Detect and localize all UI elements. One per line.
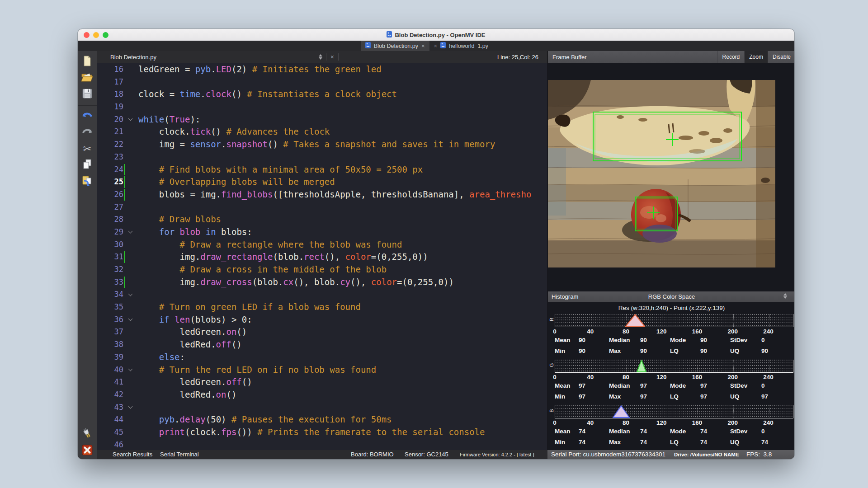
code-line-35[interactable]: 35 # Turn on green LED if a blob was fou… bbox=[97, 301, 547, 314]
open-folder-icon bbox=[81, 72, 94, 84]
code-line-40[interactable]: 40 # Turn the red LED on if no blob was … bbox=[97, 364, 547, 376]
line-number: 34 bbox=[97, 288, 123, 301]
open-file-selector[interactable]: Blob Detection.py bbox=[110, 54, 156, 61]
code-line-38[interactable]: 38 ledRed.off() bbox=[97, 338, 547, 351]
new-file-button[interactable] bbox=[80, 54, 95, 70]
code-line-43[interactable]: 43 bbox=[97, 401, 547, 414]
drive-status: Drive: /Volumes/NO NAME bbox=[674, 450, 739, 459]
code-line-17[interactable]: 17 bbox=[97, 76, 547, 89]
code-line-27[interactable]: 27 bbox=[97, 201, 547, 214]
fold-chevron-icon[interactable] bbox=[128, 291, 132, 296]
code-line-16[interactable]: 16ledGreen = pyb.LED(2) # Initiates the … bbox=[97, 63, 547, 76]
fold-chevron-icon[interactable] bbox=[128, 366, 132, 371]
search-results-button[interactable]: Search Results bbox=[113, 450, 152, 459]
stat-label: Mean bbox=[555, 337, 579, 343]
code-text: ledRed.on() bbox=[134, 389, 547, 401]
stat-value: 74 bbox=[640, 428, 670, 435]
axis-tick: 0 bbox=[553, 374, 557, 380]
line-number: 17 bbox=[97, 76, 123, 89]
cut-button[interactable]: ✂ bbox=[80, 141, 95, 157]
stat-value: 90 bbox=[700, 337, 730, 343]
fold-chevron-icon[interactable] bbox=[128, 404, 132, 408]
title-bar: Blob Detection.py - OpenMV IDE bbox=[78, 29, 794, 41]
python-file-icon bbox=[440, 42, 446, 50]
code-line-22[interactable]: 22 img = sensor.snapshot() # Takes a sna… bbox=[97, 138, 547, 151]
code-line-32[interactable]: 32 # Draw a cross in the middle of the b… bbox=[97, 263, 547, 276]
close-tab-icon[interactable]: × bbox=[421, 42, 425, 49]
line-number: 33 bbox=[97, 276, 123, 289]
fold-chevron-icon[interactable] bbox=[128, 117, 132, 121]
code-line-34[interactable]: 34 bbox=[97, 288, 547, 301]
stat-value: 97 bbox=[761, 393, 793, 400]
stat-label: Min bbox=[555, 347, 579, 354]
code-line-33[interactable]: 33 img.draw_cross(blob.cx(), blob.cy(), … bbox=[97, 276, 547, 289]
stat-value: 90 bbox=[579, 347, 609, 354]
code-editor[interactable]: 16ledGreen = pyb.LED(2) # Initiates the … bbox=[97, 63, 547, 450]
fold-chevron-icon[interactable] bbox=[128, 317, 132, 321]
code-line-25[interactable]: 25 # Overlapping blobs will be merged bbox=[97, 176, 547, 188]
stat-label: StDev bbox=[730, 428, 761, 435]
code-line-30[interactable]: 30 # Draw a rectangle where the blob was… bbox=[97, 239, 547, 251]
fps-status: FPS: 3.8 bbox=[746, 450, 772, 459]
code-line-19[interactable]: 19 bbox=[97, 101, 547, 113]
file-switcher-updown-icon[interactable] bbox=[319, 54, 322, 60]
code-line-18[interactable]: 18clock = time.clock() # Instantiates a … bbox=[97, 88, 547, 101]
stat-value: 74 bbox=[700, 439, 730, 446]
open-folder-button[interactable] bbox=[80, 70, 95, 86]
redo-button[interactable] bbox=[80, 125, 95, 141]
save-file-button[interactable] bbox=[80, 86, 95, 103]
code-line-41[interactable]: 41 ledGreen.off() bbox=[97, 376, 547, 389]
code-line-20[interactable]: 20while(True): bbox=[97, 113, 547, 126]
code-line-26[interactable]: 26 blobs = img.find_blobs([thresholdsApp… bbox=[97, 188, 547, 201]
frame-buffer-title: Frame Buffer bbox=[552, 54, 587, 61]
serial-terminal-button[interactable]: Serial Terminal bbox=[160, 450, 199, 459]
status-bar-right: Serial Port: cu.usbmodem3167376334301 Dr… bbox=[547, 450, 794, 459]
line-number: 31 bbox=[97, 251, 123, 263]
fold-chevron-icon[interactable] bbox=[128, 229, 132, 234]
close-document-icon[interactable]: × bbox=[326, 53, 338, 61]
stat-value: 97 bbox=[579, 393, 609, 400]
zoom-button[interactable]: Zoom bbox=[744, 51, 768, 63]
paste-button[interactable] bbox=[80, 174, 95, 190]
histogram-peak-marker bbox=[637, 360, 646, 372]
disable-button[interactable]: Disable bbox=[768, 51, 794, 63]
color-space-updown-icon[interactable] bbox=[783, 293, 787, 299]
code-line-42[interactable]: 42 ledRed.on() bbox=[97, 389, 547, 401]
code-line-28[interactable]: 28 # Draw blobs bbox=[97, 213, 547, 226]
histogram-channel-g: G04080120160200240Mean97Median97Mode97St… bbox=[548, 360, 794, 405]
tab-blob-detection[interactable]: Blob Detection.py × bbox=[361, 41, 429, 51]
copy-button[interactable] bbox=[80, 157, 95, 174]
channel-stats-row: Min74Max74LQ74UQ74 bbox=[555, 439, 793, 446]
connect-button[interactable] bbox=[80, 427, 95, 443]
stat-value: 90 bbox=[640, 337, 670, 343]
undo-button[interactable] bbox=[80, 108, 95, 125]
code-text: # Draw a rectangle where the blob was fo… bbox=[134, 239, 547, 251]
code-line-29[interactable]: 29 for blob in blobs: bbox=[97, 226, 547, 239]
code-text: img = sensor.snapshot() # Takes a snapsh… bbox=[134, 138, 547, 151]
code-text: # Find blobs with a minimal area of 50x5… bbox=[134, 164, 547, 176]
code-line-31[interactable]: 31 img.draw_rectangle(blob.rect(), color… bbox=[97, 251, 547, 263]
code-line-37[interactable]: 37 ledGreen.on() bbox=[97, 326, 547, 338]
frame-buffer-header: Frame Buffer Record Zoom Disable bbox=[548, 51, 794, 63]
stat-value: 74 bbox=[640, 439, 670, 446]
code-line-46[interactable]: 46 bbox=[97, 439, 547, 450]
code-line-36[interactable]: 36 if len(blobs) > 0: bbox=[97, 314, 547, 326]
code-line-21[interactable]: 21 clock.tick() # Advances the clock bbox=[97, 126, 547, 138]
frame-buffer-view[interactable] bbox=[548, 63, 794, 291]
code-line-44[interactable]: 44 pyb.delay(50) # Pauses the execution … bbox=[97, 413, 547, 426]
code-line-45[interactable]: 45 print(clock.fps()) # Prints the frame… bbox=[97, 426, 547, 439]
record-button[interactable]: Record bbox=[717, 51, 745, 63]
stat-value: 0 bbox=[761, 337, 793, 343]
code-line-23[interactable]: 23 bbox=[97, 151, 547, 164]
camera-image bbox=[548, 80, 775, 267]
disconnect-button[interactable] bbox=[80, 443, 95, 459]
stat-value: 74 bbox=[761, 439, 793, 446]
axis-tick-labels: 04080120160200240 bbox=[555, 419, 793, 426]
color-space-select[interactable]: RGB Color Space bbox=[548, 293, 794, 300]
code-line-39[interactable]: 39 else: bbox=[97, 351, 547, 364]
tab-helloworld[interactable]: × helloworld_1.py bbox=[429, 41, 493, 51]
close-tab-icon[interactable]: × bbox=[434, 42, 438, 49]
histogram-title: Histogram bbox=[552, 293, 578, 300]
code-line-24[interactable]: 24 # Find blobs with a minimal area of 5… bbox=[97, 164, 547, 176]
axis-tick: 0 bbox=[553, 419, 557, 426]
